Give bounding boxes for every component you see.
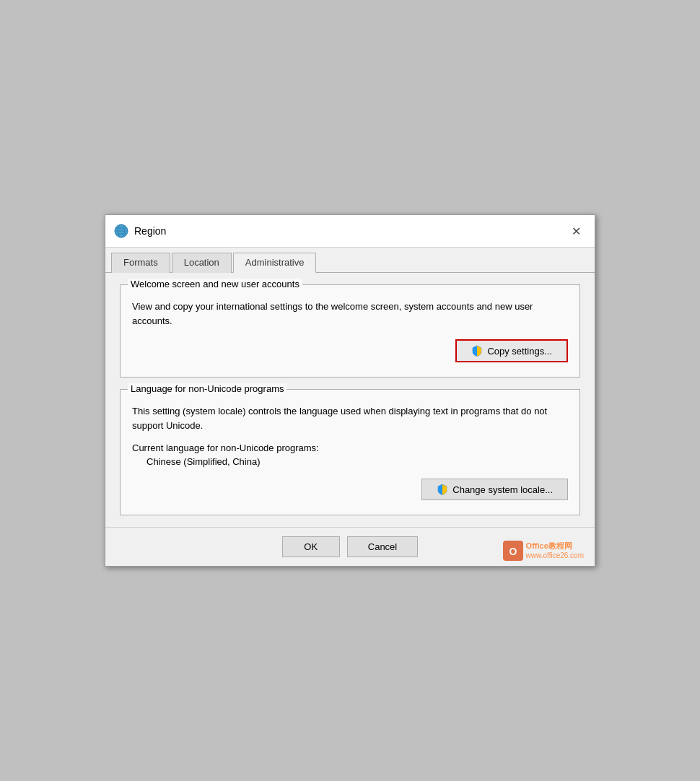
copy-settings-label: Copy settings... bbox=[487, 346, 552, 357]
change-system-locale-button[interactable]: Change system locale... bbox=[421, 479, 568, 500]
uac-shield-icon bbox=[471, 345, 483, 357]
copy-settings-button[interactable]: Copy settings... bbox=[455, 339, 568, 362]
watermark: O Office教程网 www.office26.com bbox=[503, 541, 584, 561]
cancel-button[interactable]: Cancel bbox=[347, 536, 418, 557]
watermark-line1: Office教程网 bbox=[526, 541, 584, 551]
current-language-label: Current language for non-Unicode program… bbox=[132, 442, 568, 453]
welcome-group-description: View and copy your international setting… bbox=[132, 300, 568, 328]
ok-button[interactable]: OK bbox=[282, 536, 340, 557]
office-icon: O bbox=[503, 541, 523, 561]
language-group: Language for non-Unicode programs This s… bbox=[120, 389, 580, 515]
tab-formats[interactable]: Formats bbox=[111, 253, 170, 273]
tab-location[interactable]: Location bbox=[172, 253, 232, 273]
svg-text:O: O bbox=[509, 546, 517, 557]
language-group-title: Language for non-Unicode programs bbox=[128, 383, 286, 394]
dialog-footer: OK Cancel O Office教程网 www.office26.com bbox=[105, 527, 595, 566]
copy-settings-button-row: Copy settings... bbox=[132, 339, 568, 362]
change-system-locale-label: Change system locale... bbox=[452, 484, 553, 495]
tab-administrative[interactable]: Administrative bbox=[233, 253, 317, 273]
welcome-group-title: Welcome screen and new user accounts bbox=[128, 279, 302, 289]
welcome-group: Welcome screen and new user accounts Vie… bbox=[120, 284, 580, 378]
current-language-value: Chinese (Simplified, China) bbox=[146, 456, 568, 467]
dialog-title: Region bbox=[134, 225, 166, 237]
tab-bar: Formats Location Administrative bbox=[105, 248, 595, 273]
title-bar-left: Region bbox=[114, 224, 166, 238]
title-bar: Region ✕ bbox=[105, 215, 595, 248]
language-group-description: This setting (system locale) controls th… bbox=[132, 404, 568, 432]
change-locale-button-row: Change system locale... bbox=[132, 479, 568, 500]
dialog-content: Welcome screen and new user accounts Vie… bbox=[105, 273, 595, 527]
watermark-line2: www.office26.com bbox=[526, 551, 584, 560]
close-button[interactable]: ✕ bbox=[566, 221, 586, 241]
globe-icon bbox=[114, 224, 128, 238]
region-dialog: Region ✕ Formats Location Administrative… bbox=[105, 214, 595, 567]
uac-shield-icon-2 bbox=[437, 484, 448, 495]
